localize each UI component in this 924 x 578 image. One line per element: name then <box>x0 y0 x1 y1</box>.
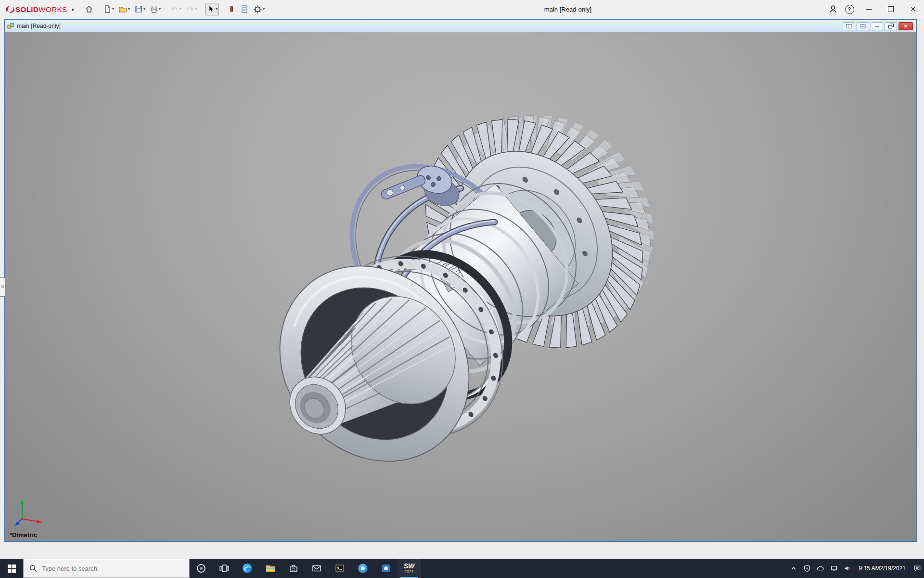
edge-icon <box>242 563 253 574</box>
3d-model-jet-engine[interactable] <box>5 32 916 541</box>
doc-minimize-icon <box>875 26 879 26</box>
print-icon <box>150 5 158 13</box>
cortana-button[interactable] <box>190 559 213 578</box>
file-explorer-icon <box>265 563 276 574</box>
app-titlebar: SOLIDWORKS ▸ ▾ ▾ ▾ ▾ ▾ ▾ <box>0 0 924 18</box>
action-center-button[interactable] <box>911 564 924 573</box>
task-view-icon <box>219 563 230 574</box>
display-tray-button[interactable] <box>827 564 841 573</box>
file-properties-button[interactable] <box>239 3 250 15</box>
blue-app-icon <box>380 563 392 574</box>
taskbar-search[interactable] <box>23 559 190 578</box>
doc-restore-button[interactable] <box>885 22 897 30</box>
file-properties-icon <box>240 5 249 13</box>
select-tool-button[interactable]: ▾ <box>205 3 219 15</box>
hidden-icons-button[interactable] <box>787 564 800 573</box>
undo-button[interactable]: ▾ <box>169 3 183 15</box>
document-window: main [Read-only] ✕ <box>4 19 917 542</box>
collapsed-panel-tab[interactable] <box>0 277 6 297</box>
volume-tray-button[interactable] <box>841 564 854 573</box>
onedrive-tray-button[interactable] <box>814 564 827 573</box>
windows-logo-icon <box>8 565 16 573</box>
search-icon <box>29 565 37 572</box>
terminal-icon <box>334 563 346 574</box>
open-caret[interactable]: ▾ <box>128 7 130 11</box>
solidworks-logo: SOLIDWORKS <box>0 4 67 14</box>
app-icon-circle[interactable] <box>351 559 374 578</box>
start-button[interactable] <box>0 559 23 578</box>
task-view-button[interactable] <box>213 559 236 578</box>
new-document-button[interactable]: ▾ <box>102 3 116 15</box>
assembly-doc-icon <box>7 22 14 30</box>
undo-caret[interactable]: ▾ <box>180 7 181 11</box>
options-caret[interactable]: ▾ <box>263 7 265 11</box>
undo-icon <box>170 5 179 13</box>
save-caret[interactable]: ▾ <box>143 7 145 11</box>
account-button[interactable] <box>825 0 841 18</box>
solidworks-taskbar-button[interactable]: SW 2021 <box>398 559 421 578</box>
edge-browser-button[interactable] <box>236 559 259 578</box>
round-app-icon <box>357 563 369 574</box>
app-icon-blue[interactable] <box>374 559 398 578</box>
mail-button[interactable] <box>305 559 328 578</box>
search-input[interactable] <box>41 565 173 573</box>
solidworks-app-icon: SW <box>404 563 415 569</box>
app-maximize-button[interactable] <box>880 0 902 18</box>
doc-minimize-button[interactable] <box>871 22 883 30</box>
file-explorer-button[interactable] <box>259 559 282 578</box>
mail-icon <box>311 563 322 574</box>
open-folder-icon <box>118 5 128 13</box>
split-grid-icon <box>860 24 866 29</box>
store-button[interactable] <box>282 559 305 578</box>
open-button[interactable]: ▾ <box>117 3 131 15</box>
help-button[interactable]: ? <box>841 0 858 18</box>
minimize-icon <box>866 9 872 10</box>
shield-icon <box>803 565 811 572</box>
quick-access-toolbar: ▾ ▾ ▾ ▾ ▾ ▾ ▾ <box>83 3 266 16</box>
app-minimize-button[interactable] <box>858 0 880 18</box>
graphics-viewport[interactable]: *Dimetric <box>5 32 916 541</box>
solidworks-version-badge: 2021 <box>404 570 414 574</box>
user-icon <box>828 4 838 14</box>
taskbar: SW 2021 9:15 AM 2/19/2021 <box>0 559 924 578</box>
save-button[interactable]: ▾ <box>133 3 147 15</box>
window-layout-button-1[interactable] <box>843 22 855 30</box>
save-icon <box>134 5 143 13</box>
new-document-icon <box>103 5 112 13</box>
print-button[interactable]: ▾ <box>148 3 162 15</box>
maximize-icon <box>888 6 894 12</box>
orientation-triad[interactable] <box>13 494 48 528</box>
new-document-caret[interactable]: ▾ <box>112 7 114 11</box>
redo-icon <box>186 5 194 13</box>
doc-restore-icon <box>888 24 894 28</box>
select-tool-caret[interactable]: ▾ <box>216 7 218 11</box>
panel-tab-dot <box>1 285 4 288</box>
document-window-controls: ✕ <box>843 22 914 30</box>
app-window-title: main [Read-only] <box>544 0 591 18</box>
terminal-button[interactable] <box>328 559 351 578</box>
chevron-up-icon <box>790 565 797 572</box>
volume-icon <box>844 565 851 572</box>
system-tray: 9:15 AM 2/19/2021 <box>787 559 924 578</box>
split-vertical-icon <box>846 24 852 29</box>
brand-text-light: WORKS <box>38 5 67 13</box>
options-button[interactable]: ▾ <box>252 3 266 16</box>
print-caret[interactable]: ▾ <box>159 7 161 11</box>
defender-tray-button[interactable] <box>800 564 814 573</box>
app-window-controls: ? ✕ <box>825 0 924 18</box>
redo-caret[interactable]: ▾ <box>195 7 197 11</box>
magnet-tool-button[interactable] <box>226 3 237 15</box>
doc-close-button[interactable]: ✕ <box>898 22 913 30</box>
taskbar-clock[interactable]: 9:15 AM 2/19/2021 <box>854 565 911 572</box>
home-button[interactable] <box>83 3 95 15</box>
action-center-icon <box>913 564 921 573</box>
display-icon <box>830 565 838 572</box>
cortana-icon <box>196 563 206 574</box>
clock-date: 2/19/2021 <box>880 565 906 572</box>
redo-button[interactable]: ▾ <box>184 3 198 15</box>
window-layout-button-2[interactable] <box>857 22 869 30</box>
document-titlebar[interactable]: main [Read-only] ✕ <box>5 20 916 33</box>
menu-flyout-arrow[interactable]: ▸ <box>72 6 75 13</box>
view-orientation-label: *Dimetric <box>10 531 37 539</box>
app-close-button[interactable]: ✕ <box>902 0 924 18</box>
